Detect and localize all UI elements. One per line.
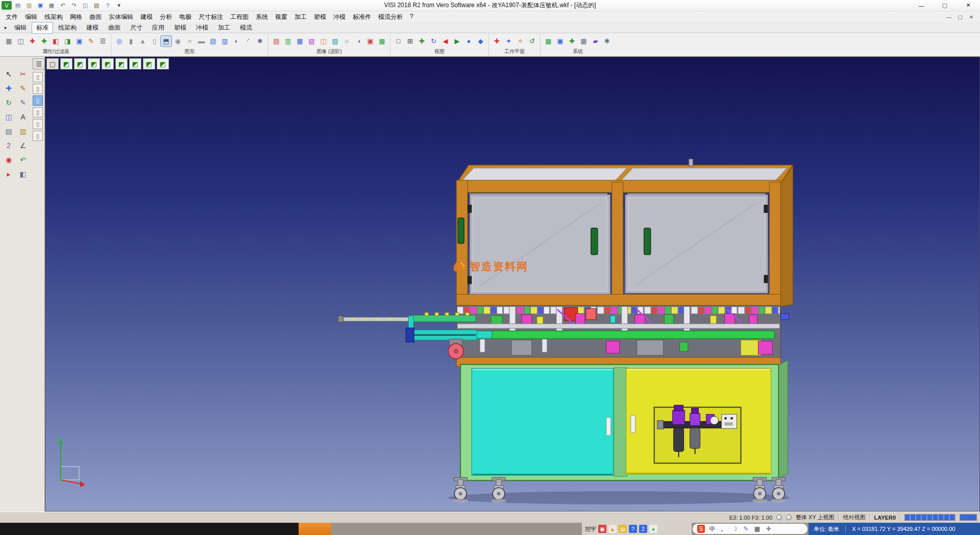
cylinder-icon[interactable]: ▮	[126, 36, 136, 46]
tab-standard[interactable]: 标准	[32, 22, 53, 34]
folder-icon[interactable]: ▤	[619, 525, 627, 533]
element-axes-icon[interactable]: ✚	[27, 36, 38, 46]
tab-machining[interactable]: 加工	[213, 22, 235, 34]
active-layer-label[interactable]: LAYER0	[874, 515, 896, 521]
3d-viewport[interactable]: 智造资料网 Z	[45, 57, 980, 512]
prompt-label[interactable]: 控宇	[585, 525, 596, 533]
view-orb-icon[interactable]	[786, 515, 792, 520]
menu-solid-edit[interactable]: 实体编辑	[105, 11, 137, 23]
menu-machining[interactable]: 加工	[291, 11, 310, 23]
sweep-icon[interactable]: ≈	[184, 36, 195, 46]
menu-system[interactable]: 系统	[252, 11, 272, 23]
rotate-icon[interactable]: ↻	[3, 96, 15, 109]
text-icon[interactable]: A	[17, 111, 29, 123]
filter-edges-icon[interactable]: ◨	[62, 36, 73, 46]
menu-surface[interactable]: 曲面	[86, 11, 105, 23]
magnifier-icon[interactable]: ○	[341, 36, 352, 46]
tab-die[interactable]: 冲模	[191, 22, 213, 34]
taskbar-highlight[interactable]	[299, 523, 331, 535]
menu-flow-analysis[interactable]: 模流分析	[375, 11, 406, 23]
save-icon[interactable]: ▣	[35, 1, 45, 10]
tab-mold[interactable]: 塑模	[169, 22, 191, 34]
display-settings-icon[interactable]: ▣	[555, 36, 566, 46]
shaded-view-icon[interactable]: ●	[463, 36, 474, 46]
night-mode-icon[interactable]: ☽	[731, 525, 739, 533]
render-modes-icon[interactable]: ▤	[271, 36, 282, 46]
view-front-icon[interactable]: ◩	[74, 58, 86, 69]
red-tool-icon[interactable]: ▣	[598, 525, 606, 533]
fillet-icon[interactable]: ◜	[243, 36, 254, 46]
loft-icon[interactable]: ▬	[196, 36, 207, 46]
menu-dimension[interactable]: 尺寸标注	[195, 11, 227, 23]
compare-icon[interactable]: ◑	[353, 36, 364, 46]
layers-icon[interactable]: ▤	[3, 125, 15, 137]
layer-colors-icon[interactable]: ▩	[543, 36, 554, 46]
keyboard-icon[interactable]: ▦	[753, 525, 761, 533]
snap-icon[interactable]: ✚	[567, 36, 577, 46]
paste-icon[interactable]: ▧	[91, 1, 102, 10]
menu-wireframe[interactable]: 线架构	[41, 11, 66, 23]
display-toggle-4[interactable]: ▯	[33, 107, 43, 117]
quick-access-dropdown[interactable]: ▾	[114, 1, 124, 10]
clone-icon[interactable]: ◧	[17, 168, 29, 180]
absolute-view-label[interactable]: 绝对视图	[843, 514, 866, 521]
next-view-icon[interactable]: ▶	[452, 36, 462, 46]
menu-help[interactable]: ?	[406, 11, 417, 23]
toolbox-icon[interactable]: ✚	[765, 525, 772, 533]
image-plane-icon[interactable]: ▨	[330, 36, 340, 46]
tabbar-dropdown[interactable]: ▾	[2, 25, 9, 31]
workplane-reset-icon[interactable]: ↺	[527, 36, 537, 46]
counter-badge[interactable]: 2	[639, 525, 647, 533]
doc-close-button[interactable]: ✕	[966, 14, 977, 20]
doc-restore-button[interactable]: ▢	[954, 14, 966, 20]
undo-icon[interactable]: ↶	[17, 154, 29, 166]
sketch-icon[interactable]: ✎	[17, 82, 29, 94]
display-toggle-2[interactable]: ▯	[33, 84, 43, 94]
new-file-icon[interactable]: ▤	[13, 1, 23, 10]
undo-icon[interactable]: ↶	[58, 1, 68, 10]
workplane-entity-icon[interactable]: ✧	[515, 36, 526, 46]
tab-modeling[interactable]: 建模	[82, 22, 103, 34]
view-mode-label[interactable]: 整体 XY 上视图	[796, 514, 835, 521]
notes-icon[interactable]: ▥	[17, 125, 29, 137]
menu-die[interactable]: 冲模	[330, 11, 349, 23]
tab-edit[interactable]: 编辑	[10, 22, 31, 34]
doc-minimize-button[interactable]: —	[943, 14, 954, 20]
workplane-xy-icon[interactable]: ✚	[492, 36, 502, 46]
machine-left-door[interactable]	[468, 194, 610, 294]
minimize-button[interactable]: —	[910, 0, 933, 11]
view-top-icon[interactable]: ◩	[129, 58, 141, 69]
config-icon[interactable]: ✱	[602, 36, 612, 46]
tab-surface[interactable]: 曲面	[104, 22, 125, 34]
menu-standard-parts[interactable]: 标准件	[349, 11, 375, 23]
translate-icon[interactable]: ✚	[3, 82, 15, 94]
surface-library-icon[interactable]: ▥	[219, 36, 230, 46]
select-icon[interactable]: ↖	[3, 68, 15, 80]
new-window-icon[interactable]: ▢	[46, 58, 59, 69]
point-icon[interactable]: ◉	[3, 154, 15, 166]
tab-application[interactable]: 应用	[148, 22, 169, 34]
machine-model[interactable]	[45, 57, 979, 511]
workplane-align-icon[interactable]: ✦	[503, 36, 514, 46]
gallery-icon[interactable]: ▩	[377, 36, 387, 46]
print-preview-icon[interactable]: ◫	[15, 36, 26, 46]
menu-electrode[interactable]: 电极	[176, 11, 195, 23]
help-icon[interactable]: ?	[103, 1, 113, 10]
open-file-icon[interactable]: ▥	[24, 1, 34, 10]
voice-icon[interactable]: ✎	[742, 525, 750, 533]
properties-icon[interactable]: ☰	[97, 36, 108, 46]
view-axo-icon[interactable]: ◩	[157, 58, 169, 69]
help-tray-icon[interactable]: ?	[629, 525, 637, 533]
mark-icon[interactable]: ▸	[3, 168, 15, 180]
feature-gear-icon[interactable]: ✱	[255, 36, 265, 46]
flame-icon[interactable]: ▲	[608, 525, 617, 533]
grid-icon[interactable]: ▦	[578, 36, 589, 46]
cone-icon[interactable]: ▲	[137, 36, 148, 46]
filter-faces-icon[interactable]: ◧	[51, 36, 61, 46]
previous-view-icon[interactable]: ◀	[440, 36, 451, 46]
view-right-icon[interactable]: ◩	[115, 58, 128, 69]
trim-icon[interactable]: ✂	[17, 68, 29, 80]
angle-measure-icon[interactable]: ∠	[17, 139, 29, 152]
close-button[interactable]: ✕	[957, 0, 980, 11]
filter-solids-icon[interactable]: ▣	[74, 36, 85, 46]
